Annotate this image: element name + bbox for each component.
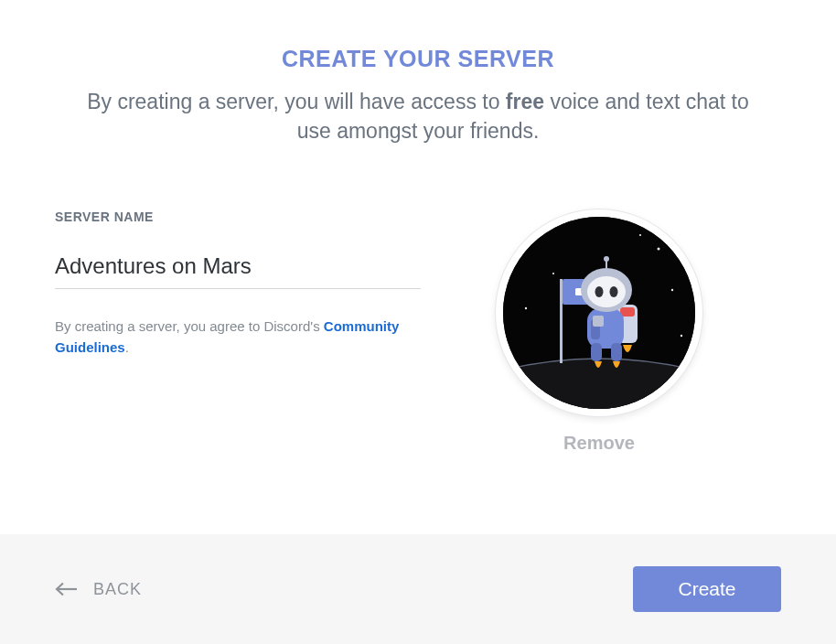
svg-point-23 [604,256,609,262]
modal-subtitle: By creating a server, you will have acce… [70,87,766,145]
discord-astronaut-icon [503,217,695,409]
svg-rect-15 [593,316,604,327]
svg-rect-16 [591,343,602,361]
svg-point-6 [681,335,682,337]
svg-point-19 [587,276,626,307]
svg-point-21 [610,286,618,297]
svg-point-2 [658,248,660,251]
server-name-label: SERVER NAME [55,209,421,224]
subtitle-pre: By creating a server, you will have acce… [87,90,506,113]
remove-icon-button[interactable]: Remove [563,433,635,454]
modal-title: CREATE YOUR SERVER [55,46,781,72]
server-icon-preview[interactable] [496,209,702,416]
svg-point-7 [639,234,641,236]
disclaimer-suffix: . [125,339,129,355]
svg-point-3 [552,273,554,274]
svg-rect-12 [620,307,635,317]
modal-footer: BACK Create [0,534,836,644]
create-button[interactable]: Create [633,566,781,612]
subtitle-bold: free [506,90,544,113]
svg-point-5 [525,307,527,309]
disclaimer-text: By creating a server, you agree to Disco… [55,317,421,358]
svg-rect-8 [560,279,563,363]
back-label: BACK [93,580,142,599]
server-name-input[interactable] [55,248,421,289]
arrow-left-icon [55,582,79,596]
back-button[interactable]: BACK [55,580,142,599]
svg-point-4 [671,289,673,291]
disclaimer-prefix: By creating a server, you agree to Disco… [55,318,324,334]
svg-point-20 [595,286,604,297]
svg-point-1 [530,242,532,244]
svg-rect-17 [611,343,622,361]
